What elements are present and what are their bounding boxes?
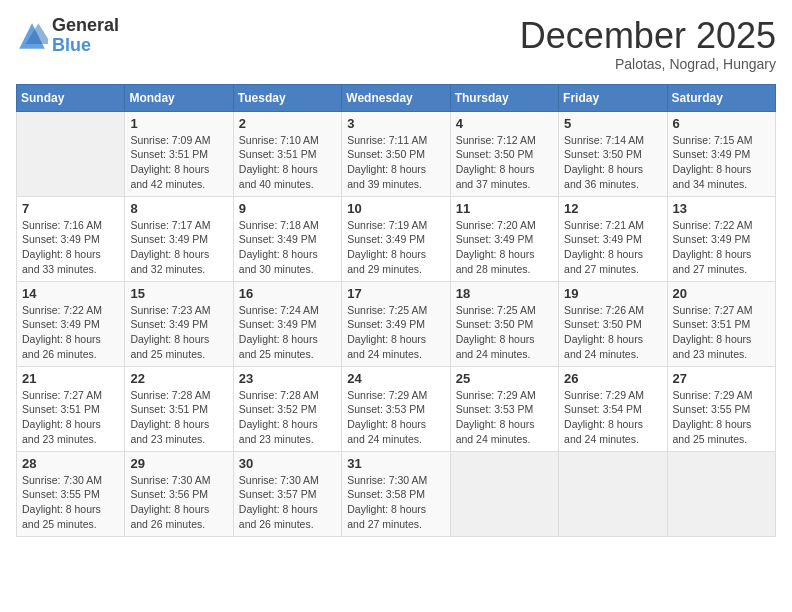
- day-info: Sunrise: 7:22 AM Sunset: 3:49 PM Dayligh…: [22, 303, 119, 362]
- day-number: 21: [22, 371, 119, 386]
- day-info: Sunrise: 7:28 AM Sunset: 3:52 PM Dayligh…: [239, 388, 336, 447]
- day-number: 23: [239, 371, 336, 386]
- day-number: 2: [239, 116, 336, 131]
- day-number: 30: [239, 456, 336, 471]
- day-info: Sunrise: 7:12 AM Sunset: 3:50 PM Dayligh…: [456, 133, 553, 192]
- calendar-cell: 21Sunrise: 7:27 AM Sunset: 3:51 PM Dayli…: [17, 366, 125, 451]
- calendar-cell: [17, 111, 125, 196]
- logo-blue-text: Blue: [52, 36, 119, 56]
- day-number: 18: [456, 286, 553, 301]
- day-number: 15: [130, 286, 227, 301]
- logo-general-text: General: [52, 16, 119, 36]
- logo-text: General Blue: [52, 16, 119, 56]
- day-number: 11: [456, 201, 553, 216]
- calendar-cell: 11Sunrise: 7:20 AM Sunset: 3:49 PM Dayli…: [450, 196, 558, 281]
- calendar-cell: [450, 451, 558, 536]
- day-info: Sunrise: 7:27 AM Sunset: 3:51 PM Dayligh…: [22, 388, 119, 447]
- calendar-cell: 8Sunrise: 7:17 AM Sunset: 3:49 PM Daylig…: [125, 196, 233, 281]
- calendar-cell: 27Sunrise: 7:29 AM Sunset: 3:55 PM Dayli…: [667, 366, 775, 451]
- calendar-cell: 23Sunrise: 7:28 AM Sunset: 3:52 PM Dayli…: [233, 366, 341, 451]
- day-number: 28: [22, 456, 119, 471]
- day-info: Sunrise: 7:29 AM Sunset: 3:53 PM Dayligh…: [347, 388, 444, 447]
- calendar-cell: 3Sunrise: 7:11 AM Sunset: 3:50 PM Daylig…: [342, 111, 450, 196]
- day-info: Sunrise: 7:09 AM Sunset: 3:51 PM Dayligh…: [130, 133, 227, 192]
- day-info: Sunrise: 7:30 AM Sunset: 3:57 PM Dayligh…: [239, 473, 336, 532]
- calendar-cell: 2Sunrise: 7:10 AM Sunset: 3:51 PM Daylig…: [233, 111, 341, 196]
- day-info: Sunrise: 7:25 AM Sunset: 3:50 PM Dayligh…: [456, 303, 553, 362]
- day-number: 10: [347, 201, 444, 216]
- logo: General Blue: [16, 16, 119, 56]
- day-number: 25: [456, 371, 553, 386]
- calendar-cell: 7Sunrise: 7:16 AM Sunset: 3:49 PM Daylig…: [17, 196, 125, 281]
- day-of-week-header: Monday: [125, 84, 233, 111]
- calendar-header-row: SundayMondayTuesdayWednesdayThursdayFrid…: [17, 84, 776, 111]
- calendar-cell: 5Sunrise: 7:14 AM Sunset: 3:50 PM Daylig…: [559, 111, 667, 196]
- day-number: 3: [347, 116, 444, 131]
- calendar-cell: 15Sunrise: 7:23 AM Sunset: 3:49 PM Dayli…: [125, 281, 233, 366]
- calendar-week-row: 7Sunrise: 7:16 AM Sunset: 3:49 PM Daylig…: [17, 196, 776, 281]
- day-info: Sunrise: 7:20 AM Sunset: 3:49 PM Dayligh…: [456, 218, 553, 277]
- day-info: Sunrise: 7:17 AM Sunset: 3:49 PM Dayligh…: [130, 218, 227, 277]
- day-number: 6: [673, 116, 770, 131]
- calendar-cell: 29Sunrise: 7:30 AM Sunset: 3:56 PM Dayli…: [125, 451, 233, 536]
- day-info: Sunrise: 7:29 AM Sunset: 3:53 PM Dayligh…: [456, 388, 553, 447]
- calendar-cell: [559, 451, 667, 536]
- title-section: December 2025 Palotas, Nograd, Hungary: [520, 16, 776, 72]
- day-info: Sunrise: 7:23 AM Sunset: 3:49 PM Dayligh…: [130, 303, 227, 362]
- calendar-week-row: 1Sunrise: 7:09 AM Sunset: 3:51 PM Daylig…: [17, 111, 776, 196]
- calendar-cell: 12Sunrise: 7:21 AM Sunset: 3:49 PM Dayli…: [559, 196, 667, 281]
- calendar-cell: 24Sunrise: 7:29 AM Sunset: 3:53 PM Dayli…: [342, 366, 450, 451]
- day-number: 13: [673, 201, 770, 216]
- calendar-cell: 17Sunrise: 7:25 AM Sunset: 3:49 PM Dayli…: [342, 281, 450, 366]
- day-info: Sunrise: 7:30 AM Sunset: 3:55 PM Dayligh…: [22, 473, 119, 532]
- calendar-cell: 4Sunrise: 7:12 AM Sunset: 3:50 PM Daylig…: [450, 111, 558, 196]
- logo-icon: [16, 20, 48, 52]
- calendar-cell: 14Sunrise: 7:22 AM Sunset: 3:49 PM Dayli…: [17, 281, 125, 366]
- day-number: 17: [347, 286, 444, 301]
- calendar-cell: 31Sunrise: 7:30 AM Sunset: 3:58 PM Dayli…: [342, 451, 450, 536]
- month-title: December 2025: [520, 16, 776, 56]
- day-info: Sunrise: 7:26 AM Sunset: 3:50 PM Dayligh…: [564, 303, 661, 362]
- calendar-cell: 20Sunrise: 7:27 AM Sunset: 3:51 PM Dayli…: [667, 281, 775, 366]
- day-info: Sunrise: 7:21 AM Sunset: 3:49 PM Dayligh…: [564, 218, 661, 277]
- calendar-week-row: 21Sunrise: 7:27 AM Sunset: 3:51 PM Dayli…: [17, 366, 776, 451]
- day-of-week-header: Sunday: [17, 84, 125, 111]
- day-info: Sunrise: 7:25 AM Sunset: 3:49 PM Dayligh…: [347, 303, 444, 362]
- day-info: Sunrise: 7:15 AM Sunset: 3:49 PM Dayligh…: [673, 133, 770, 192]
- day-info: Sunrise: 7:19 AM Sunset: 3:49 PM Dayligh…: [347, 218, 444, 277]
- calendar-cell: 19Sunrise: 7:26 AM Sunset: 3:50 PM Dayli…: [559, 281, 667, 366]
- day-number: 29: [130, 456, 227, 471]
- calendar-table: SundayMondayTuesdayWednesdayThursdayFrid…: [16, 84, 776, 537]
- day-number: 5: [564, 116, 661, 131]
- day-info: Sunrise: 7:30 AM Sunset: 3:58 PM Dayligh…: [347, 473, 444, 532]
- calendar-cell: 26Sunrise: 7:29 AM Sunset: 3:54 PM Dayli…: [559, 366, 667, 451]
- calendar-cell: 30Sunrise: 7:30 AM Sunset: 3:57 PM Dayli…: [233, 451, 341, 536]
- day-info: Sunrise: 7:30 AM Sunset: 3:56 PM Dayligh…: [130, 473, 227, 532]
- day-of-week-header: Saturday: [667, 84, 775, 111]
- calendar-cell: 18Sunrise: 7:25 AM Sunset: 3:50 PM Dayli…: [450, 281, 558, 366]
- day-info: Sunrise: 7:10 AM Sunset: 3:51 PM Dayligh…: [239, 133, 336, 192]
- day-number: 1: [130, 116, 227, 131]
- calendar-cell: 6Sunrise: 7:15 AM Sunset: 3:49 PM Daylig…: [667, 111, 775, 196]
- day-number: 31: [347, 456, 444, 471]
- calendar-cell: 22Sunrise: 7:28 AM Sunset: 3:51 PM Dayli…: [125, 366, 233, 451]
- day-number: 22: [130, 371, 227, 386]
- day-number: 26: [564, 371, 661, 386]
- day-number: 24: [347, 371, 444, 386]
- calendar-cell: 1Sunrise: 7:09 AM Sunset: 3:51 PM Daylig…: [125, 111, 233, 196]
- page-header: General Blue December 2025 Palotas, Nogr…: [16, 16, 776, 72]
- day-number: 19: [564, 286, 661, 301]
- day-number: 8: [130, 201, 227, 216]
- calendar-cell: 10Sunrise: 7:19 AM Sunset: 3:49 PM Dayli…: [342, 196, 450, 281]
- day-number: 14: [22, 286, 119, 301]
- day-info: Sunrise: 7:18 AM Sunset: 3:49 PM Dayligh…: [239, 218, 336, 277]
- day-of-week-header: Friday: [559, 84, 667, 111]
- calendar-cell: 9Sunrise: 7:18 AM Sunset: 3:49 PM Daylig…: [233, 196, 341, 281]
- day-info: Sunrise: 7:28 AM Sunset: 3:51 PM Dayligh…: [130, 388, 227, 447]
- calendar-cell: 28Sunrise: 7:30 AM Sunset: 3:55 PM Dayli…: [17, 451, 125, 536]
- day-of-week-header: Thursday: [450, 84, 558, 111]
- calendar-cell: 25Sunrise: 7:29 AM Sunset: 3:53 PM Dayli…: [450, 366, 558, 451]
- day-info: Sunrise: 7:24 AM Sunset: 3:49 PM Dayligh…: [239, 303, 336, 362]
- day-number: 16: [239, 286, 336, 301]
- calendar-cell: 16Sunrise: 7:24 AM Sunset: 3:49 PM Dayli…: [233, 281, 341, 366]
